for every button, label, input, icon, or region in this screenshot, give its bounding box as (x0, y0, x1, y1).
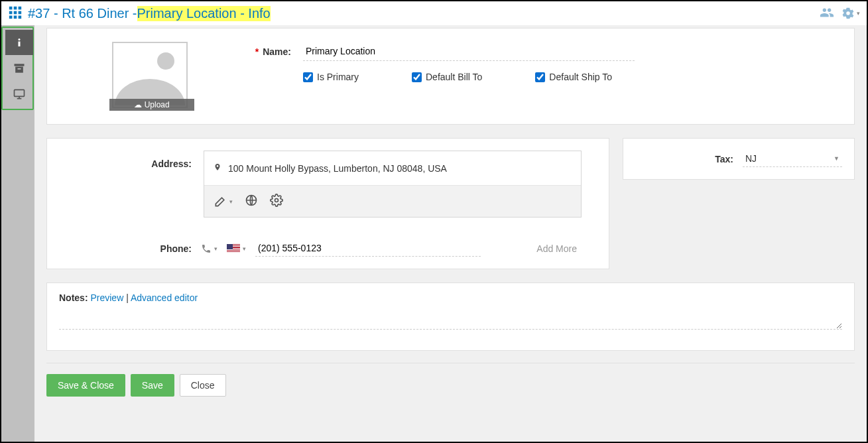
svg-rect-10 (19, 42, 21, 47)
svg-rect-8 (19, 15, 22, 19)
svg-rect-0 (9, 6, 13, 9)
phone-input[interactable] (255, 240, 481, 257)
upload-label: Upload (145, 100, 170, 109)
phone-type-dropdown[interactable]: ▾ (201, 243, 217, 254)
name-input[interactable] (303, 42, 635, 61)
is-primary-checkbox[interactable]: Is Primary (303, 72, 359, 82)
globe-icon[interactable] (245, 194, 258, 209)
add-more-phone[interactable]: Add More (536, 243, 577, 254)
notes-preview-link[interactable]: Preview (90, 292, 123, 303)
tab-info[interactable] (5, 30, 33, 55)
svg-rect-5 (19, 11, 22, 14)
apps-grid-icon[interactable] (8, 5, 23, 22)
svg-rect-3 (9, 11, 13, 14)
tax-label: Tax: (715, 154, 733, 164)
info-panel: ☁ Upload * Name: Is Primary (46, 28, 855, 125)
phone-label: Phone: (59, 243, 192, 254)
map-pin-icon (214, 162, 221, 174)
image-placeholder[interactable] (112, 42, 188, 108)
tax-select[interactable]: NJ ▼ (743, 151, 842, 167)
svg-point-18 (275, 199, 279, 202)
breadcrumb-prefix: #37 - Rt 66 Diner - (28, 6, 137, 21)
upload-button[interactable]: ☁ Upload (109, 99, 194, 111)
breadcrumb[interactable]: #37 - Rt 66 Diner - Primary Location - I… (28, 6, 271, 21)
notes-advanced-link[interactable]: Advanced editor (131, 292, 198, 303)
notes-panel: Notes: Preview | Advanced editor (46, 283, 855, 351)
svg-point-9 (19, 38, 21, 40)
svg-rect-14 (15, 90, 25, 96)
tax-panel: Tax: NJ ▼ (623, 138, 855, 180)
users-icon[interactable] (820, 5, 834, 22)
breadcrumb-current: Primary Location - Info (137, 6, 271, 21)
close-button[interactable]: Close (180, 374, 226, 397)
name-label: Name: (263, 46, 291, 57)
default-ship-to-checkbox[interactable]: Default Ship To (535, 72, 612, 82)
us-flag-icon (227, 244, 240, 253)
address-label: Address: (59, 151, 192, 218)
edit-icon[interactable]: ▾ (214, 195, 233, 208)
svg-rect-13 (18, 68, 21, 70)
svg-rect-1 (14, 6, 17, 9)
tab-archive[interactable] (5, 56, 33, 81)
country-flag-dropdown[interactable]: ▾ (227, 244, 246, 253)
chevron-down-icon: ▾ (857, 10, 860, 17)
default-bill-to-checkbox[interactable]: Default Bill To (412, 72, 482, 82)
address-text[interactable]: 100 Mount Holly Bypass, Lumberton, NJ 08… (228, 163, 447, 174)
button-row: Save & Close Save Close (46, 363, 855, 397)
save-close-button[interactable]: Save & Close (46, 374, 125, 397)
tax-value: NJ (745, 153, 757, 164)
cloud-upload-icon: ☁ (134, 100, 142, 109)
svg-rect-6 (9, 15, 13, 19)
topbar: #37 - Rt 66 Diner - Primary Location - I… (1, 1, 867, 25)
svg-rect-4 (14, 11, 17, 14)
notes-sep: | (126, 292, 131, 303)
save-button[interactable]: Save (131, 374, 174, 397)
side-iconbar (1, 25, 34, 442)
settings-icon[interactable] (270, 194, 283, 209)
chevron-down-icon: ▼ (834, 155, 839, 162)
gear-icon[interactable]: ▾ (841, 5, 860, 22)
notes-textarea[interactable] (59, 312, 842, 330)
svg-rect-7 (14, 15, 17, 19)
tab-display[interactable] (5, 82, 33, 107)
svg-rect-11 (15, 64, 25, 66)
svg-rect-12 (15, 67, 23, 73)
notes-label: Notes: (59, 292, 88, 303)
svg-rect-2 (19, 6, 22, 9)
address-panel: Address: 100 Mount Holly Bypass, Lumbert… (46, 138, 609, 269)
